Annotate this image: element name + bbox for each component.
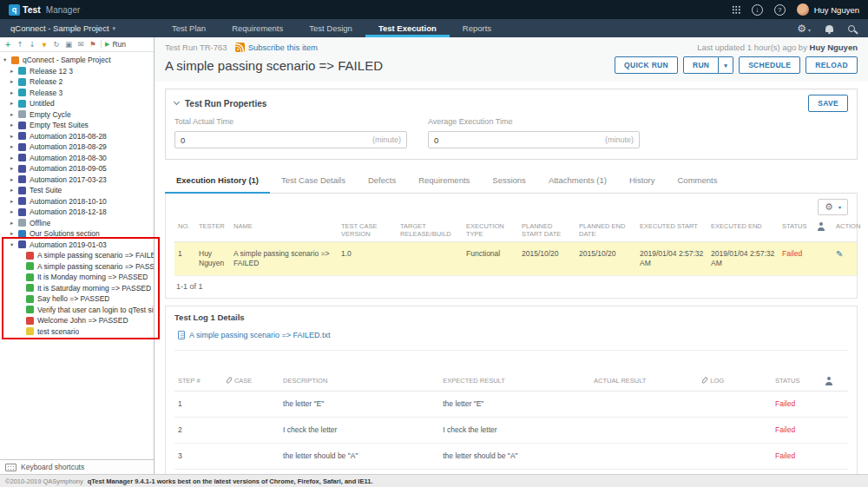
quick-run-button[interactable]: QUICK RUN	[615, 56, 678, 74]
nav-tab-requirements[interactable]: Requirements	[219, 19, 296, 37]
move-down-icon[interactable]	[28, 40, 36, 49]
tree-item-test-run-failed[interactable]: Welcome John => PASSED	[0, 315, 154, 326]
total-actual-time-input[interactable]: 0 (minute)	[174, 131, 407, 148]
keyboard-shortcuts-button[interactable]: Keyboard shortcuts	[0, 459, 154, 474]
tree-item-cycle[interactable]: Offline	[0, 218, 154, 229]
run-button-main[interactable]: RUN	[683, 56, 719, 74]
nav-tab-test-design[interactable]: Test Design	[296, 19, 365, 37]
tree-item-suite[interactable]: Automation 2018-08-29	[0, 141, 154, 153]
test-step-row[interactable]: 1 the letter "E" the letter "E" Failed	[174, 392, 848, 418]
tab-comments[interactable]: Comments	[667, 168, 729, 193]
tree-item-cycle[interactable]: Empty Cycle	[0, 109, 154, 121]
tree-item-release[interactable]: Release 2	[0, 76, 154, 88]
mail-icon[interactable]	[76, 40, 85, 49]
tab-history[interactable]: History	[618, 168, 667, 193]
schedule-button[interactable]: SCHEDULE	[739, 56, 800, 74]
tab-sessions[interactable]: Sessions	[481, 168, 537, 193]
download-icon[interactable]: ↓	[752, 4, 763, 16]
expander-icon[interactable]	[3, 56, 11, 63]
test-step-row[interactable]: 2 I check the letter I check the letter …	[174, 418, 848, 444]
expander-icon[interactable]	[10, 89, 18, 96]
tree-item-section[interactable]: Our Solutions section	[0, 228, 154, 240]
tree-item-suite[interactable]: Automation 2018-12-18	[0, 207, 154, 218]
settings-gear-button[interactable]	[797, 23, 811, 35]
attachment-link[interactable]: A simple passing scenario => FAILED.txt	[189, 331, 331, 339]
tree-item-test-run-passed[interactable]: Verify that user can login to qTest site…	[0, 305, 154, 316]
subscribe-link[interactable]: Subscribe this item	[248, 43, 318, 52]
tree-item-release[interactable]: Untitled	[0, 98, 154, 109]
app-grid-icon[interactable]	[732, 5, 740, 14]
test-suite-icon	[18, 165, 26, 173]
passed-run-icon	[26, 306, 34, 313]
collapse-chevron-icon[interactable]	[174, 99, 180, 105]
edit-pencil-icon[interactable]	[836, 249, 843, 259]
expander-icon[interactable]	[10, 133, 18, 140]
expander-icon[interactable]	[10, 165, 18, 172]
expander-icon[interactable]	[10, 198, 18, 205]
add-icon[interactable]	[3, 40, 12, 49]
tree-item-suite[interactable]: Test Suite	[0, 185, 154, 196]
nav-tab-test-plan[interactable]: Test Plan	[159, 19, 219, 37]
execution-history-row[interactable]: 1 Huy Nguyen A simple passing scenario =…	[174, 242, 857, 276]
play-icon	[105, 41, 109, 48]
save-button[interactable]: SAVE	[808, 95, 848, 112]
tab-attachments[interactable]: Attachments (1)	[537, 168, 618, 193]
tree-item-test-run-passed[interactable]: Say hello => PASSED	[0, 293, 154, 305]
project-selector[interactable]: qConnect - Sample Project	[0, 19, 126, 37]
expander-icon[interactable]	[10, 100, 18, 107]
test-step-row[interactable]: 3 the letter should be "A" the letter sh…	[174, 444, 848, 470]
expander-icon[interactable]	[10, 241, 18, 248]
tree-item-test-run-passed[interactable]: A simple passing scenario => PASSED	[0, 261, 154, 273]
rss-subscribe-icon[interactable]	[235, 43, 245, 52]
expander-icon[interactable]	[10, 143, 18, 150]
run-dropdown-caret[interactable]	[719, 56, 733, 74]
help-icon[interactable]: ?	[774, 4, 786, 16]
col-target-release-build: TARGET RELEASE/BUILD	[397, 219, 463, 242]
expander-icon[interactable]	[10, 176, 18, 183]
tree-item-project-root[interactable]: qConnect - Sample Project	[0, 55, 154, 66]
filter-icon[interactable]	[40, 40, 49, 49]
expander-icon[interactable]	[10, 122, 18, 128]
tab-execution-history[interactable]: Execution History (1)	[165, 168, 270, 194]
expander-icon[interactable]	[10, 220, 18, 227]
nav-tab-reports[interactable]: Reports	[450, 19, 504, 37]
table-settings-button[interactable]	[818, 199, 848, 215]
nav-tab-test-execution[interactable]: Test Execution	[365, 19, 450, 37]
expander-icon[interactable]	[10, 111, 18, 118]
tree-item-suite[interactable]: Empty Test Suites	[0, 120, 154, 131]
tree-item-release[interactable]: Release 12 3	[0, 66, 154, 77]
tree-item-suite[interactable]: Automation 2018-08-28	[0, 131, 154, 142]
tree-item-suite[interactable]: Automation 2018-08-30	[0, 153, 154, 164]
tree-item-test-run-failed[interactable]: A simple passing scenario => FAILED	[0, 250, 154, 261]
move-up-icon[interactable]	[16, 40, 24, 49]
user-avatar[interactable]	[797, 3, 809, 16]
tree-item-suite-expanded[interactable]: Automation 2019-01-03	[0, 240, 154, 251]
grid-view-icon[interactable]	[64, 40, 73, 49]
reload-button[interactable]: RELOAD	[806, 56, 858, 74]
tab-test-case-details[interactable]: Test Case Details	[270, 168, 357, 193]
expander-icon[interactable]	[10, 68, 18, 75]
tab-requirements[interactable]: Requirements	[407, 168, 481, 193]
search-icon[interactable]	[848, 25, 855, 32]
run-button[interactable]: Run	[105, 40, 126, 49]
tree-item-test-run-passed[interactable]: It is Monday morning => PASSED	[0, 272, 154, 283]
expander-icon[interactable]	[10, 187, 18, 194]
refresh-icon[interactable]	[52, 40, 61, 49]
tree-item-suite[interactable]: Automation 2017-03-23	[0, 174, 154, 186]
expander-icon[interactable]	[10, 208, 18, 215]
expander-icon[interactable]	[10, 155, 18, 161]
expander-icon[interactable]	[10, 230, 18, 237]
user-name[interactable]: Huy Nguyen	[814, 5, 859, 15]
notifications-bell-icon[interactable]	[825, 25, 833, 32]
cycle-icon	[18, 110, 26, 118]
tree-item-suite[interactable]: Automation 2018-10-10	[0, 196, 154, 207]
tree-item-release[interactable]: Release 3	[0, 88, 154, 99]
tab-defects[interactable]: Defects	[357, 168, 407, 193]
tree-item-suite[interactable]: Automation 2018-09-05	[0, 163, 154, 174]
tree-item-test-run-passed[interactable]: It is Saturday morning => PASSED	[0, 283, 154, 294]
expander-icon[interactable]	[10, 78, 18, 85]
average-execution-time-input[interactable]: 0 (minute)	[428, 131, 640, 148]
tree-item-test-run-pending[interactable]: test scenario	[0, 326, 154, 338]
col-tester-icon	[821, 373, 848, 392]
flag-icon[interactable]	[89, 40, 97, 49]
